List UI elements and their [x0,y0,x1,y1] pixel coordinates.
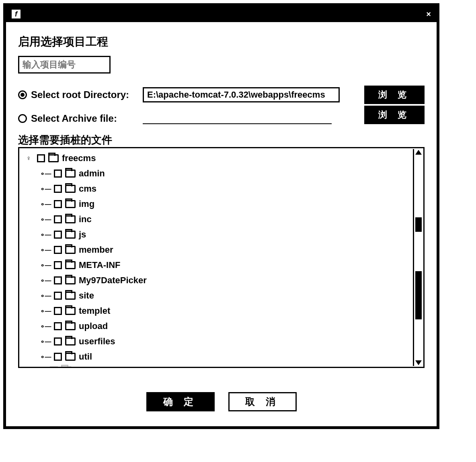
tree-item[interactable]: ⚬—img [23,196,423,212]
cancel-button[interactable]: 取 消 [228,392,297,411]
tree-item-label: freecms [62,153,96,164]
tree-item[interactable]: ⚬—cms [23,181,423,196]
scroll-thumb[interactable] [415,217,422,232]
tree-expand-closed-icon[interactable]: ⚬— [40,307,51,315]
file-tree: ♀freecms⚬—admin⚬—cms⚬—img⚬—inc⚬—js⚬—memb… [18,147,425,368]
tree-checkbox[interactable] [54,185,62,193]
radio-root-directory[interactable] [18,90,27,99]
tree-expand-closed-icon[interactable]: ⚬— [40,185,51,193]
dialog-body: 启用选择项目工程 Select root Directory: 浏 览 Sele… [6,22,437,411]
tree-item[interactable]: ⚬—META-INF [23,258,423,273]
radio-archive-file[interactable] [18,114,27,123]
tree-item-label: js [79,229,86,240]
app-icon: f [12,10,21,18]
tree-root[interactable]: ♀freecms [23,151,423,166]
tree-expand-closed-icon[interactable]: ⚬— [40,277,51,284]
folder-icon [65,231,76,239]
folder-icon [65,185,76,193]
tree-expand-closed-icon[interactable]: ⚬— [40,231,51,239]
tree-item-label: templet [79,306,110,316]
tree-item[interactable]: ⚬—member [23,242,423,258]
project-number-input[interactable] [18,56,111,74]
tree-expand-closed-icon[interactable]: ⚬— [40,323,51,330]
folder-icon [65,246,76,254]
tree-checkbox[interactable] [54,292,62,300]
folder-icon [65,337,76,345]
archive-file-input[interactable] [143,123,332,124]
tree-item-label: member [79,245,113,255]
folder-icon [65,170,76,178]
tree-item-label: upload [79,321,108,331]
tree-item-label: admin [79,168,105,179]
tree-expand-closed-icon[interactable]: ⚬— [40,246,51,254]
tree-checkbox[interactable] [54,276,62,284]
tree-checkbox[interactable] [54,200,62,208]
tree-checkbox[interactable] [54,246,62,254]
folder-icon [65,322,76,330]
tree-checkbox[interactable] [54,215,62,223]
tree-item[interactable]: ⚬—inc [23,212,423,227]
dialog-window: f × 启用选择项目工程 Select root Directory: 浏 览 … [3,3,439,429]
tree-item-label: userfiles [79,336,115,347]
tree-item[interactable]: ⚬—userfiles [23,334,423,349]
tree-item-label: META-INF [79,260,120,270]
radio-root-label: Select root Directory: [31,89,129,100]
tree-expand-closed-icon[interactable]: ⚬— [40,262,51,269]
tree-expand-open-icon[interactable]: ♀ [23,155,34,162]
browse-archive-button[interactable]: 浏 览 [364,106,425,124]
folder-icon [65,276,76,284]
folder-icon [65,353,76,361]
tree-scrollbar[interactable] [413,149,423,366]
ok-button[interactable]: 确 定 [146,392,215,411]
tree-expand-closed-icon[interactable]: ⚬— [40,170,51,178]
tree-checkbox[interactable] [37,154,45,162]
tree-item[interactable]: ⚬—upload [23,319,423,334]
title-bar: f × [6,6,437,22]
folder-icon [65,261,76,269]
tree-checkbox[interactable] [54,353,62,361]
tree-item-label: img [79,199,94,209]
tree-item[interactable]: ⚬—My97DatePicker [23,273,423,288]
close-icon[interactable]: × [426,10,431,19]
tree-checkbox[interactable] [54,231,62,239]
select-files-title: 选择需要插桩的文件 [18,133,425,147]
tree-expand-closed-icon[interactable]: ⚬— [40,338,51,345]
browse-root-button[interactable]: 浏 览 [364,86,425,104]
root-directory-input[interactable] [143,87,340,102]
tree-expand-closed-icon[interactable]: ⚬— [40,353,51,361]
tree-item[interactable]: ⚬—util [23,349,423,364]
folder-icon [65,307,76,315]
tree-checkbox[interactable] [54,261,62,269]
tree-item[interactable]: ⚬—js [23,227,423,242]
tree-expand-closed-icon[interactable]: ⚬— [40,216,51,223]
tree-item-label: cms [79,184,96,194]
tree-item[interactable]: ⚬—site [23,288,423,303]
tree-item-label: My97DatePicker [79,275,147,286]
tree-expand-closed-icon[interactable]: ⚬— [40,200,51,208]
scroll-up-icon[interactable] [415,150,422,155]
tree-item-label: site [79,290,94,301]
tree-checkbox[interactable] [54,170,62,178]
scroll-down-icon[interactable] [415,360,422,365]
tree-expand-closed-icon[interactable]: ⚬— [40,292,51,300]
folder-icon [65,215,76,223]
radio-archive-label: Select Archive file: [31,113,117,124]
tree-checkbox[interactable] [54,322,62,330]
tree-item[interactable]: ⚬—admin [23,166,423,181]
tree-item-label: inc [79,214,92,225]
folder-icon [65,200,76,208]
tree-item-label: util [79,352,92,362]
tree-checkbox[interactable] [54,307,62,315]
tree-item[interactable]: ⚬—templet [23,303,423,319]
scroll-thumb[interactable] [415,271,422,319]
tree-checkbox[interactable] [54,337,62,345]
folder-icon [48,154,59,162]
tree-item[interactable]: ⚬—WEB-INF [23,363,423,368]
folder-icon [65,292,76,300]
section-title: 启用选择项目工程 [18,34,425,49]
